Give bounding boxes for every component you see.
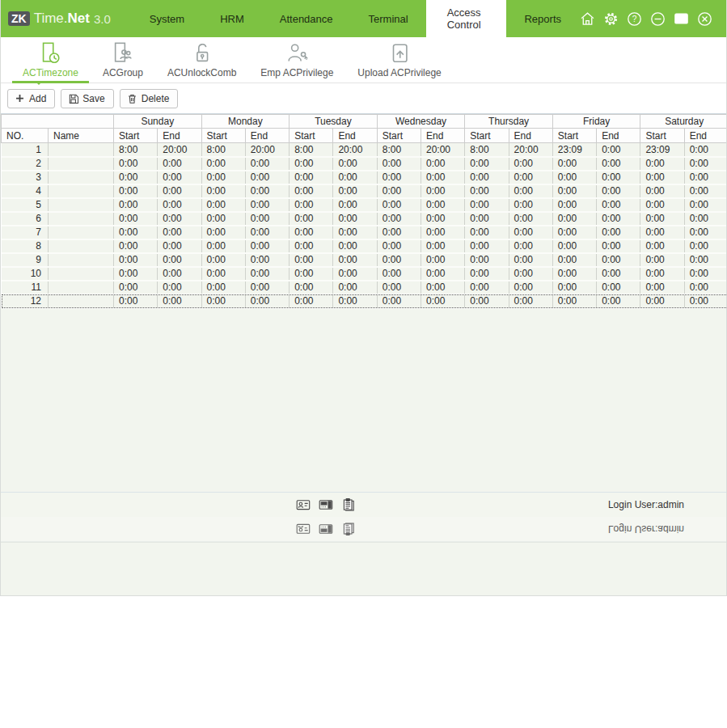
table-row[interactable]: 40:000:000:000:000:000:000:000:000:000:0… bbox=[2, 184, 727, 198]
time-cell[interactable]: 0:00 bbox=[245, 239, 289, 253]
time-cell[interactable]: 0:00 bbox=[597, 198, 640, 212]
time-cell[interactable]: 0:00 bbox=[465, 281, 509, 294]
no-cell[interactable]: 8 bbox=[2, 239, 49, 253]
tool-upload-acprivilege[interactable]: Upload ACPrivilege bbox=[345, 37, 453, 83]
time-cell[interactable]: 0:00 bbox=[333, 294, 377, 308]
time-cell[interactable]: 0:00 bbox=[421, 239, 465, 253]
table-row[interactable]: 50:000:000:000:000:000:000:000:000:000:0… bbox=[2, 198, 727, 212]
time-cell[interactable]: 0:00 bbox=[684, 184, 727, 198]
time-cell[interactable]: 20:00 bbox=[421, 143, 465, 157]
time-cell[interactable]: 0:00 bbox=[245, 294, 289, 308]
time-cell[interactable]: 0:00 bbox=[377, 171, 421, 184]
time-cell[interactable]: 23:09 bbox=[552, 143, 596, 157]
time-cell[interactable]: 0:00 bbox=[333, 212, 377, 226]
time-cell[interactable]: 0:00 bbox=[114, 198, 158, 212]
no-cell[interactable]: 1 bbox=[2, 143, 49, 157]
time-cell[interactable]: 0:00 bbox=[465, 253, 509, 267]
time-cell[interactable]: 0:00 bbox=[290, 253, 333, 267]
time-cell[interactable]: 0:00 bbox=[201, 281, 245, 294]
time-cell[interactable]: 0:00 bbox=[640, 198, 684, 212]
time-cell[interactable]: 0:00 bbox=[114, 239, 158, 253]
name-cell[interactable] bbox=[49, 281, 114, 294]
time-cell[interactable]: 20:00 bbox=[245, 143, 289, 157]
time-cell[interactable]: 0:00 bbox=[158, 294, 201, 308]
time-cell[interactable]: 0:00 bbox=[421, 226, 465, 239]
time-cell[interactable]: 0:00 bbox=[377, 184, 421, 198]
time-cell[interactable]: 0:00 bbox=[158, 267, 201, 281]
menu-item-access-control[interactable]: Access Control bbox=[426, 0, 507, 37]
time-cell[interactable]: 0:00 bbox=[552, 294, 596, 308]
time-cell[interactable]: 0:00 bbox=[245, 157, 289, 171]
time-cell[interactable]: 0:00 bbox=[158, 171, 201, 184]
minimize-icon[interactable] bbox=[649, 11, 666, 28]
time-cell[interactable]: 0:00 bbox=[290, 267, 333, 281]
time-cell[interactable]: 0:00 bbox=[377, 198, 421, 212]
delete-button[interactable]: Delete bbox=[120, 89, 179, 108]
time-cell[interactable]: 0:00 bbox=[465, 294, 509, 308]
time-cell[interactable]: 0:00 bbox=[552, 157, 596, 171]
time-cell[interactable]: 0:00 bbox=[684, 294, 727, 308]
time-cell[interactable]: 0:00 bbox=[333, 226, 377, 239]
name-cell[interactable] bbox=[49, 171, 114, 184]
time-cell[interactable]: 0:00 bbox=[158, 184, 201, 198]
idcard-icon[interactable] bbox=[296, 497, 311, 512]
terminal-device-icon[interactable] bbox=[319, 497, 333, 512]
time-cell[interactable]: 0:00 bbox=[421, 184, 465, 198]
tool-acgroup[interactable]: ACGroup bbox=[91, 37, 155, 83]
time-cell[interactable]: 0:00 bbox=[552, 253, 596, 267]
time-cell[interactable]: 0:00 bbox=[465, 267, 509, 281]
time-cell[interactable]: 23:09 bbox=[640, 143, 684, 157]
time-cell[interactable]: 0:00 bbox=[290, 198, 333, 212]
time-cell[interactable]: 0:00 bbox=[640, 157, 684, 171]
no-cell[interactable]: 9 bbox=[2, 253, 49, 267]
name-cell[interactable] bbox=[49, 226, 114, 239]
tool-acunlockcomb[interactable]: ACUnlockComb bbox=[155, 37, 248, 83]
table-row[interactable]: 20:000:000:000:000:000:000:000:000:000:0… bbox=[2, 157, 727, 171]
time-cell[interactable]: 0:00 bbox=[290, 157, 333, 171]
time-cell[interactable]: 0:00 bbox=[290, 226, 333, 239]
time-cell[interactable]: 0:00 bbox=[333, 171, 377, 184]
time-cell[interactable]: 0:00 bbox=[640, 281, 684, 294]
name-cell[interactable] bbox=[49, 198, 114, 212]
time-cell[interactable]: 0:00 bbox=[552, 239, 596, 253]
name-cell[interactable] bbox=[49, 143, 114, 157]
time-cell[interactable]: 0:00 bbox=[201, 253, 245, 267]
time-cell[interactable]: 0:00 bbox=[158, 239, 201, 253]
tool-actimezone[interactable]: ACTimezone bbox=[11, 37, 91, 83]
time-cell[interactable]: 0:00 bbox=[201, 294, 245, 308]
time-cell[interactable]: 0:00 bbox=[465, 239, 509, 253]
time-cell[interactable]: 0:00 bbox=[684, 143, 727, 157]
time-cell[interactable]: 20:00 bbox=[509, 143, 552, 157]
no-cell[interactable]: 10 bbox=[2, 267, 49, 281]
time-cell[interactable]: 0:00 bbox=[114, 253, 158, 267]
time-cell[interactable]: 0:00 bbox=[201, 212, 245, 226]
time-cell[interactable]: 0:00 bbox=[333, 281, 377, 294]
time-cell[interactable]: 20:00 bbox=[158, 143, 201, 157]
no-cell[interactable]: 2 bbox=[2, 157, 49, 171]
time-cell[interactable]: 0:00 bbox=[333, 184, 377, 198]
no-cell[interactable]: 4 bbox=[2, 184, 49, 198]
time-cell[interactable]: 0:00 bbox=[465, 184, 509, 198]
time-cell[interactable]: 0:00 bbox=[509, 184, 552, 198]
time-cell[interactable]: 0:00 bbox=[290, 239, 333, 253]
time-cell[interactable]: 0:00 bbox=[245, 198, 289, 212]
time-cell[interactable]: 0:00 bbox=[245, 212, 289, 226]
time-cell[interactable]: 0:00 bbox=[114, 171, 158, 184]
no-cell[interactable]: 3 bbox=[2, 171, 49, 184]
no-cell[interactable]: 7 bbox=[2, 226, 49, 239]
time-cell[interactable]: 0:00 bbox=[684, 171, 727, 184]
time-cell[interactable]: 0:00 bbox=[684, 157, 727, 171]
time-cell[interactable]: 0:00 bbox=[290, 281, 333, 294]
home-icon[interactable] bbox=[579, 11, 596, 28]
table-row[interactable]: 30:000:000:000:000:000:000:000:000:000:0… bbox=[2, 171, 727, 184]
time-cell[interactable]: 0:00 bbox=[114, 267, 158, 281]
time-cell[interactable]: 0:00 bbox=[509, 253, 552, 267]
time-cell[interactable]: 0:00 bbox=[421, 281, 465, 294]
time-cell[interactable]: 0:00 bbox=[114, 184, 158, 198]
time-cell[interactable]: 0:00 bbox=[377, 267, 421, 281]
no-cell[interactable]: 12 bbox=[2, 294, 49, 308]
time-cell[interactable]: 0:00 bbox=[114, 281, 158, 294]
name-cell[interactable] bbox=[49, 253, 114, 267]
time-cell[interactable]: 0:00 bbox=[597, 253, 640, 267]
time-cell[interactable]: 0:00 bbox=[333, 267, 377, 281]
